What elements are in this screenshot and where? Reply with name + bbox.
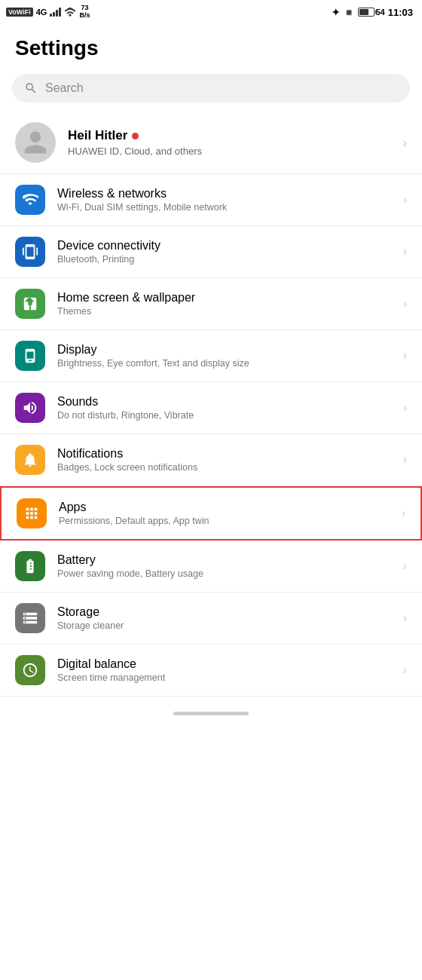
settings-item-device[interactable]: Device connectivity Bluetooth, Printing … bbox=[0, 226, 422, 278]
apps-icon-bg bbox=[17, 498, 47, 528]
display-chevron: › bbox=[403, 349, 407, 363]
page-title: Settings bbox=[15, 36, 407, 60]
apps-text: Apps Permissions, Default apps, App twin bbox=[59, 501, 390, 526]
sounds-icon-bg bbox=[15, 393, 45, 423]
digital-balance-subtitle: Screen time management bbox=[57, 672, 391, 683]
settings-item-display[interactable]: Display Brightness, Eye comfort, Text an… bbox=[0, 330, 422, 382]
settings-item-battery[interactable]: Battery Power saving mode, Battery usage… bbox=[0, 541, 422, 593]
storage-text: Storage Storage cleaner bbox=[57, 605, 391, 631]
device-text: Device connectivity Bluetooth, Printing bbox=[57, 239, 391, 265]
battery-chevron: › bbox=[403, 559, 407, 573]
notifications-title: Notifications bbox=[57, 447, 391, 461]
device-title: Device connectivity bbox=[57, 239, 391, 253]
apps-subtitle: Permissions, Default apps, App twin bbox=[59, 516, 390, 526]
search-icon bbox=[24, 81, 38, 95]
display-icon-bg bbox=[15, 341, 45, 371]
sounds-text: Sounds Do not disturb, Ringtone, Vibrate bbox=[57, 395, 391, 421]
apps-title: Apps bbox=[59, 501, 390, 514]
battery-icon-bg bbox=[15, 551, 45, 581]
profile-chevron: › bbox=[402, 135, 407, 151]
display-subtitle: Brightness, Eye comfort, Text and displa… bbox=[57, 358, 391, 369]
settings-item-sounds[interactable]: Sounds Do not disturb, Ringtone, Vibrate… bbox=[0, 382, 422, 434]
wireless-icon bbox=[15, 185, 45, 215]
avatar bbox=[15, 122, 56, 163]
status-bar: VoWiFi 4G 73B/s ✦ ◾ 54 11:03 bbox=[0, 0, 422, 24]
sounds-subtitle: Do not disturb, Ringtone, Vibrate bbox=[57, 410, 391, 421]
status-left: VoWiFi 4G 73B/s bbox=[6, 5, 90, 20]
digital-balance-title: Digital balance bbox=[57, 657, 391, 671]
digital-balance-icon-bg bbox=[15, 655, 45, 685]
notifications-subtitle: Badges, Lock screen notifications bbox=[57, 462, 391, 473]
wireless-text: Wireless & networks Wi-Fi, Dual SIM sett… bbox=[57, 187, 391, 213]
device-chevron: › bbox=[403, 245, 407, 259]
homescreen-subtitle: Themes bbox=[57, 306, 391, 317]
status-right: ✦ ◾ 54 11:03 bbox=[332, 7, 414, 18]
bluetooth-icon: ✦ bbox=[332, 7, 340, 18]
signal-bars bbox=[50, 8, 61, 17]
battery-subtitle: Power saving mode, Battery usage bbox=[57, 568, 391, 579]
wireless-chevron: › bbox=[403, 193, 407, 207]
storage-subtitle: Storage cleaner bbox=[57, 620, 391, 631]
notifications-text: Notifications Badges, Lock screen notifi… bbox=[57, 447, 391, 473]
wireless-title: Wireless & networks bbox=[57, 187, 391, 201]
homescreen-text: Home screen & wallpaper Themes bbox=[57, 291, 391, 317]
signal-strength: 4G bbox=[36, 8, 47, 17]
device-subtitle: Bluetooth, Printing bbox=[57, 254, 391, 265]
notifications-chevron: › bbox=[403, 453, 407, 467]
display-title: Display bbox=[57, 343, 391, 357]
avatar-icon bbox=[22, 129, 49, 156]
profile-section[interactable]: Heil Hitler HUAWEI ID, Cloud, and others… bbox=[0, 112, 422, 174]
profile-name: Heil Hitler bbox=[68, 128, 390, 143]
battery-percent: 54 bbox=[376, 8, 385, 17]
notifications-icon-bg bbox=[15, 445, 45, 475]
settings-item-homescreen[interactable]: Home screen & wallpaper Themes › bbox=[0, 278, 422, 330]
vowifi-badge: VoWiFi bbox=[6, 8, 33, 17]
storage-title: Storage bbox=[57, 605, 391, 619]
search-bar[interactable]: Search bbox=[12, 74, 410, 103]
display-text: Display Brightness, Eye comfort, Text an… bbox=[57, 343, 391, 369]
settings-item-storage[interactable]: Storage Storage cleaner › bbox=[0, 593, 422, 645]
battery-icon bbox=[358, 8, 375, 17]
page-title-container: Settings bbox=[0, 24, 422, 68]
online-dot bbox=[132, 133, 139, 139]
wifi-icon bbox=[64, 7, 76, 17]
battery-title: Battery bbox=[57, 553, 391, 567]
battery-container: 54 bbox=[358, 8, 385, 17]
search-placeholder: Search bbox=[45, 81, 84, 95]
settings-list: Wireless & networks Wi-Fi, Dual SIM sett… bbox=[0, 174, 422, 697]
wireless-subtitle: Wi-Fi, Dual SIM settings, Mobile network bbox=[57, 202, 391, 213]
bottom-pill-container bbox=[0, 697, 422, 727]
sounds-chevron: › bbox=[403, 401, 407, 415]
speed-text: 73B/s bbox=[79, 5, 90, 20]
settings-item-wireless[interactable]: Wireless & networks Wi-Fi, Dual SIM sett… bbox=[0, 174, 422, 226]
battery-text: Battery Power saving mode, Battery usage bbox=[57, 553, 391, 579]
digital-balance-text: Digital balance Screen time management bbox=[57, 657, 391, 683]
profile-subtitle: HUAWEI ID, Cloud, and others bbox=[68, 145, 390, 157]
vibrate-icon: ◾ bbox=[343, 7, 355, 18]
settings-item-notifications[interactable]: Notifications Badges, Lock screen notifi… bbox=[0, 434, 422, 486]
profile-info: Heil Hitler HUAWEI ID, Cloud, and others bbox=[68, 128, 390, 157]
homescreen-chevron: › bbox=[403, 297, 407, 311]
storage-chevron: › bbox=[403, 611, 407, 625]
settings-item-apps[interactable]: Apps Permissions, Default apps, App twin… bbox=[0, 486, 422, 541]
time-display: 11:03 bbox=[388, 7, 413, 18]
storage-icon-bg bbox=[15, 603, 45, 633]
battery-fill bbox=[359, 9, 369, 15]
apps-chevron: › bbox=[402, 507, 405, 520]
homescreen-icon bbox=[15, 289, 45, 319]
homescreen-title: Home screen & wallpaper bbox=[57, 291, 391, 305]
digital-balance-chevron: › bbox=[403, 663, 407, 677]
sounds-title: Sounds bbox=[57, 395, 391, 409]
bottom-pill[interactable] bbox=[173, 712, 249, 715]
settings-item-digital-balance[interactable]: Digital balance Screen time management › bbox=[0, 645, 422, 697]
device-icon bbox=[15, 237, 45, 267]
